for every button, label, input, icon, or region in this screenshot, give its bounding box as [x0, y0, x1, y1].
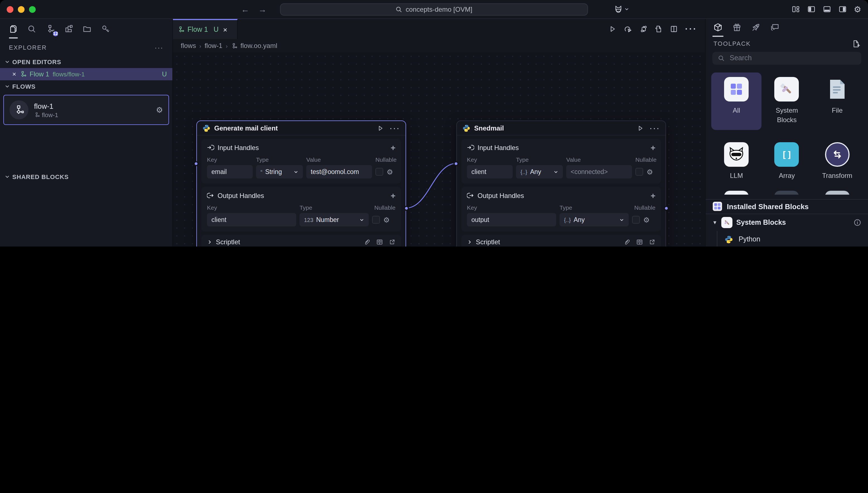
blocks-icon[interactable]: [63, 23, 74, 35]
key-icon[interactable]: [100, 23, 111, 35]
gift-tab-icon[interactable]: [731, 22, 742, 33]
open-editors-section[interactable]: OPEN EDITORS: [0, 56, 172, 68]
open-external-icon[interactable]: [389, 239, 396, 245]
nullable-checkbox[interactable]: [376, 168, 383, 176]
run-node-icon[interactable]: [637, 125, 644, 131]
titlebar: ← → concepts-demo [OVM] ⚙: [0, 0, 868, 19]
handle-gear-icon[interactable]: ⚙: [643, 216, 650, 224]
toggle-right-sidebar-icon[interactable]: [838, 5, 847, 14]
output-type-select[interactable]: {..} Any: [559, 213, 629, 227]
category-file[interactable]: File: [812, 72, 863, 130]
activity-bar: 12: [0, 19, 172, 39]
compare-changes-icon[interactable]: [640, 25, 648, 33]
input-handles-icon: [467, 144, 474, 151]
search-icon[interactable]: [26, 23, 37, 35]
editor-area: Flow 1 U × ··· flows › flow-1 ›: [173, 19, 705, 246]
handle-gear-icon[interactable]: ⚙: [647, 168, 653, 176]
open-external-icon[interactable]: [649, 239, 655, 245]
export-file-icon[interactable]: [655, 25, 663, 33]
category-array[interactable]: [ ] Array: [762, 137, 812, 185]
toolpack-search-input[interactable]: [728, 54, 856, 63]
output-handles-section: Output Handles + Key Type Nullable 123: [202, 187, 401, 232]
breadcrumb[interactable]: flows › flow-1 › flow.oo.yaml: [173, 39, 705, 52]
search-icon: [396, 6, 402, 13]
input-key-field[interactable]: [467, 165, 513, 178]
rerun-icon[interactable]: [624, 25, 633, 33]
flow-card[interactable]: flow-1 flow-1 ⚙: [3, 95, 169, 125]
attachment-icon[interactable]: [364, 239, 371, 245]
handle-gear-icon[interactable]: ⚙: [386, 168, 393, 176]
node-more-icon[interactable]: ···: [389, 123, 400, 133]
rocket-tab-icon[interactable]: [750, 22, 761, 33]
forward-icon[interactable]: →: [258, 4, 267, 14]
input-port[interactable]: [194, 161, 198, 166]
open-editor-item[interactable]: × Flow 1 flows/flow-1 U: [0, 68, 172, 80]
output-key-field[interactable]: [207, 213, 296, 227]
scriptlet-bar[interactable]: Scriptlet: [202, 235, 401, 246]
group-header[interactable]: ▼ System Blocks: [706, 214, 868, 231]
category-all[interactable]: All: [711, 72, 762, 130]
docs-icon[interactable]: [376, 239, 383, 245]
group-system-blocks: ▼ System Blocks Python TS TypeScript: [706, 214, 868, 246]
explorer-more-icon[interactable]: ···: [154, 43, 164, 51]
chevron-down-icon[interactable]: [624, 7, 629, 12]
nullable-checkbox[interactable]: [635, 168, 643, 176]
tab-flow-1[interactable]: Flow 1 U ×: [173, 19, 238, 39]
docs-icon[interactable]: [636, 239, 643, 245]
toolpack-grid-overflow: [711, 191, 863, 194]
handle-gear-icon[interactable]: ⚙: [383, 216, 390, 224]
run-flow-icon[interactable]: [609, 25, 616, 33]
output-port[interactable]: [404, 206, 409, 211]
assistant-fox-icon[interactable]: [614, 5, 623, 14]
input-port[interactable]: [453, 161, 459, 166]
nullable-checkbox[interactable]: [632, 216, 640, 223]
settings-gear-icon[interactable]: ⚙: [854, 4, 861, 14]
nullable-checkbox[interactable]: [372, 216, 380, 223]
node-more-icon[interactable]: ···: [649, 123, 660, 133]
add-input-handle-button[interactable]: +: [390, 143, 396, 152]
category-llm[interactable]: LLM: [711, 137, 762, 185]
toggle-bottom-panel-icon[interactable]: [823, 5, 831, 14]
close-tab-icon[interactable]: ×: [223, 25, 227, 34]
scriptlet-bar[interactable]: Scriptlet: [461, 235, 661, 246]
back-icon[interactable]: ←: [241, 4, 249, 14]
close-icon[interactable]: ×: [12, 70, 16, 78]
run-node-icon[interactable]: [377, 125, 384, 131]
chat-tab-icon[interactable]: [769, 22, 780, 33]
node-generate-mail-client[interactable]: Generate mail client ··· Input Handles +: [196, 121, 406, 246]
toolpack-search[interactable]: [712, 52, 861, 65]
toolpack-tab-icon[interactable]: [712, 22, 723, 33]
flows-section[interactable]: FLOWS: [0, 80, 172, 92]
category-transform[interactable]: Transform: [812, 137, 863, 185]
new-toolpack-icon[interactable]: [852, 40, 860, 48]
shared-blocks-section[interactable]: SHARED BLOCKS: [0, 171, 172, 183]
gear-icon[interactable]: ⚙: [156, 105, 163, 114]
add-output-handle-button[interactable]: +: [390, 191, 396, 200]
flow-canvas[interactable]: Generate mail client ··· Input Handles +: [173, 52, 705, 246]
maximize-window-button[interactable]: [29, 6, 36, 13]
add-input-handle-button[interactable]: +: [651, 143, 655, 152]
output-port[interactable]: [664, 206, 669, 211]
split-editor-icon[interactable]: [670, 25, 678, 33]
block-python[interactable]: Python: [717, 231, 868, 246]
input-type-select[interactable]: “ String: [256, 165, 303, 178]
input-type-select[interactable]: {..} Any: [516, 165, 563, 178]
minimize-window-button[interactable]: [18, 6, 24, 13]
input-key-field[interactable]: [207, 165, 253, 178]
folder-icon[interactable]: [81, 23, 92, 35]
flows-icon[interactable]: 12: [45, 23, 56, 35]
customize-layout-icon[interactable]: [791, 5, 800, 14]
node-snedmail[interactable]: Snedmail ··· Input Handles +: [456, 121, 666, 246]
category-system-blocks[interactable]: System Blocks: [762, 72, 812, 130]
toggle-left-sidebar-icon[interactable]: [807, 5, 815, 14]
output-key-field[interactable]: [467, 213, 556, 227]
output-type-select[interactable]: 123 Number: [300, 213, 369, 227]
explorer-files-icon[interactable]: [8, 23, 19, 35]
add-output-handle-button[interactable]: +: [651, 191, 655, 200]
input-value-field[interactable]: [306, 165, 372, 178]
attachment-icon[interactable]: [624, 239, 630, 245]
close-window-button[interactable]: [7, 6, 14, 13]
more-actions-icon[interactable]: ···: [685, 24, 697, 34]
info-icon[interactable]: [853, 219, 861, 227]
command-center-search[interactable]: concepts-demo [OVM]: [280, 3, 588, 16]
